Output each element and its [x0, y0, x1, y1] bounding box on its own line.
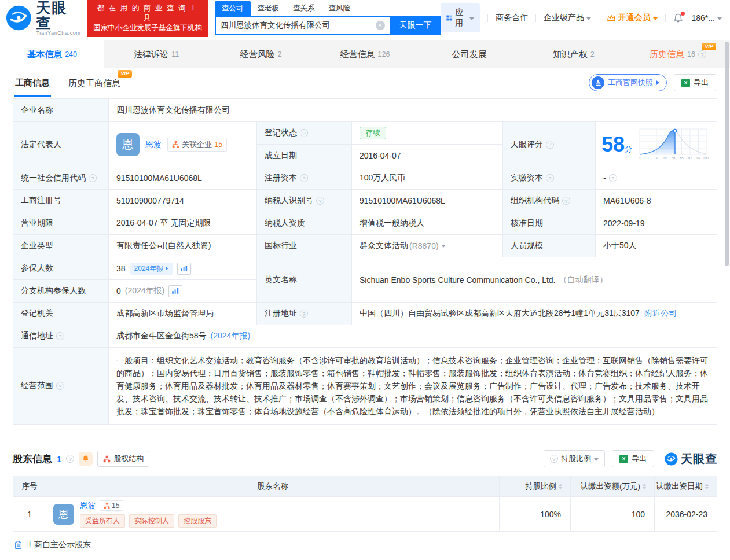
- field-value-reg-authority: 成都高新区市场监督管理局: [109, 303, 257, 325]
- subtab-business-info[interactable]: 工商信息: [14, 69, 51, 97]
- tag-actual-controller[interactable]: 实际控制人: [129, 514, 174, 528]
- shareholder-name-link[interactable]: 恩波: [80, 500, 96, 511]
- related-companies-count: 15: [112, 502, 119, 510]
- field-label-business-scope: 经营范围: [13, 348, 109, 425]
- field-value-score[interactable]: 58分 0 1 3 15 58 85 97: [596, 122, 717, 167]
- tab-operation-risk[interactable]: 经营风险 2: [208, 40, 313, 68]
- help-icon[interactable]: [300, 310, 308, 318]
- search-tab-risk[interactable]: 查风险: [322, 1, 358, 16]
- help-icon: [550, 455, 558, 463]
- vertical-scrollbar[interactable]: [725, 42, 729, 266]
- field-value-staff-size: 小于50人: [596, 235, 717, 257]
- tab-legal-proceedings[interactable]: 法律诉讼 11: [104, 40, 208, 68]
- field-label-reg-capital: 注册资本: [257, 167, 352, 190]
- account-menu[interactable]: 186*...: [691, 13, 721, 23]
- tab-label: 知识产权: [553, 49, 588, 60]
- tab-company-development[interactable]: 公司发展: [417, 40, 522, 68]
- excel-icon: [619, 455, 628, 463]
- snapshot-label: 工商官网快照: [608, 78, 653, 88]
- col-shareholder-name: 股东名称: [46, 476, 500, 497]
- svg-text:58: 58: [672, 156, 675, 160]
- field-label-org-code: 组织机构代码: [503, 190, 596, 212]
- tab-history-info[interactable]: VIP 历史信息 16: [626, 40, 730, 68]
- apps-label: 应用: [455, 8, 466, 28]
- business-info-table: 企业名称 四川恩波体育文化传播有限公司 法定代表人 恩 恩波 关联企业 15 登…: [13, 98, 717, 425]
- divider: [665, 14, 666, 22]
- business-coop-link[interactable]: 商务合作: [496, 13, 528, 23]
- help-icon[interactable]: [66, 455, 74, 463]
- mail-address-report-link[interactable]: (2024年报): [211, 331, 250, 341]
- field-label-mail-address: 通信地址: [13, 325, 109, 348]
- annual-report-pill[interactable]: 2024年报: [130, 263, 173, 275]
- help-icon[interactable]: [300, 174, 308, 182]
- insured-trend-chart-button[interactable]: [177, 263, 191, 275]
- help-icon[interactable]: [546, 141, 554, 149]
- help-icon[interactable]: [56, 332, 64, 340]
- branch-insured-trend-chart-button[interactable]: [168, 285, 182, 297]
- field-label-uscc: 统一社会信用代码: [13, 167, 109, 190]
- search-tabs: 查公司 查老板 查关系 查风险: [215, 1, 440, 16]
- legal-rep-name-link[interactable]: 恩波: [145, 139, 162, 150]
- legal-rep-avatar[interactable]: 恩: [116, 133, 140, 156]
- apps-grid-icon: [446, 14, 452, 22]
- tab-basic-info[interactable]: 基本信息 240: [0, 40, 104, 68]
- col-date-sort[interactable]: 认缴出资日期: [655, 476, 717, 497]
- vip-upgrade-menu[interactable]: 开通会员: [607, 13, 658, 23]
- equity-structure-button[interactable]: 股权结构: [97, 451, 149, 467]
- help-icon[interactable]: [609, 174, 617, 182]
- monitor-bell-button[interactable]: [79, 452, 93, 466]
- clipboard-icon: [14, 541, 23, 550]
- field-label-reg-no: 工商注册号: [13, 190, 109, 212]
- help-icon[interactable]: [300, 129, 308, 137]
- search-tab-company[interactable]: 查公司: [215, 1, 251, 16]
- equity-structure-label: 股权结构: [113, 454, 144, 464]
- search-tab-boss[interactable]: 查老板: [251, 1, 287, 16]
- field-label-company-type: 企业类型: [13, 235, 109, 257]
- search-input[interactable]: [221, 21, 375, 30]
- search-button[interactable]: 天眼一下: [391, 16, 441, 35]
- col-ratio-sort[interactable]: 持股比例: [500, 476, 571, 497]
- official-snapshot-button[interactable]: 工商官网快照: [589, 74, 667, 91]
- related-companies-badge[interactable]: 关联企业 15: [167, 138, 227, 152]
- tag-beneficial-owner[interactable]: 受益所有人: [80, 514, 125, 528]
- help-icon[interactable]: [562, 197, 570, 205]
- chevron-down-icon[interactable]: [441, 245, 446, 248]
- shareholders-count: 1: [57, 454, 61, 464]
- svg-text:0: 0: [639, 156, 641, 160]
- tianyancha-logo[interactable]: 天眼查 TianYanCha.com: [6, 0, 82, 36]
- apps-menu[interactable]: 应用: [441, 3, 480, 32]
- shareholder-avatar[interactable]: 恩: [53, 504, 74, 525]
- excel-icon: [681, 79, 690, 87]
- help-icon[interactable]: [546, 174, 554, 182]
- col-amount-sort[interactable]: 认缴出资额(万元): [571, 476, 655, 497]
- field-value-reg-status: 存续: [352, 122, 503, 145]
- shareholders-export-button[interactable]: 导出: [612, 450, 654, 467]
- tag-controlling-shareholder[interactable]: 控股股东: [178, 514, 217, 528]
- help-icon[interactable]: [316, 197, 324, 205]
- tab-count: 2: [590, 50, 595, 58]
- notifications-button[interactable]: [673, 13, 684, 24]
- field-label-score: 天眼评分: [503, 122, 596, 167]
- field-value-taxpayer-quality: 增值税一般纳税人: [352, 212, 503, 235]
- promo-line2: 国家中小企业发展子基金旗下机构: [93, 23, 202, 33]
- search-tab-relation[interactable]: 查关系: [286, 1, 322, 16]
- export-button[interactable]: 导出: [674, 74, 716, 91]
- help-icon[interactable]: [698, 50, 706, 58]
- subtab-history-business-info[interactable]: VIP 历史工商信息: [67, 69, 122, 96]
- field-label-staff-size: 人员规模: [503, 235, 596, 257]
- promo-line1: 都 在 用 的 商 业 查 询 工 具: [93, 3, 202, 23]
- shareholders-title: 股东信息: [13, 452, 52, 466]
- help-icon[interactable]: [56, 382, 64, 390]
- tianyancha-logo-icon: [6, 5, 32, 31]
- help-icon[interactable]: [89, 174, 97, 182]
- tab-operation-info[interactable]: 经营信息 126: [313, 40, 417, 68]
- enterprise-product-menu[interactable]: 企业级产品: [544, 13, 591, 23]
- tab-intellectual-property[interactable]: 知识产权 2: [522, 40, 626, 68]
- nearby-companies-link[interactable]: 附近公司: [644, 308, 677, 319]
- clear-search-icon[interactable]: [376, 21, 385, 30]
- divider: [535, 14, 536, 22]
- holding-ratio-dropdown[interactable]: 持股比例: [544, 450, 605, 467]
- field-value-industry: 群众文体活动(R8870): [352, 235, 503, 257]
- related-companies-badge[interactable]: 15: [100, 500, 123, 511]
- field-value-paid-capital: -: [596, 167, 717, 190]
